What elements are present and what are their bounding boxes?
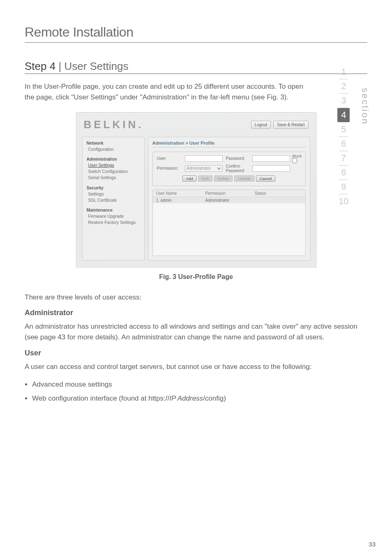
user-fieldset: Block User: Password: Permission: Admini… — [152, 152, 306, 186]
password-label: Password: — [226, 156, 249, 161]
add-button[interactable]: Add — [182, 175, 197, 182]
user-input[interactable] — [185, 155, 223, 162]
nav-3[interactable]: 3 — [337, 94, 350, 108]
password-input[interactable] — [252, 155, 290, 162]
title-rule — [25, 42, 367, 43]
block-checkbox[interactable] — [292, 158, 297, 163]
table-header-user: User Name — [156, 191, 205, 196]
sidebar-item-firmware[interactable]: Firmware Upgrade — [88, 213, 140, 219]
cancel-button[interactable]: Cancel — [256, 175, 276, 182]
table-cell-stat — [255, 198, 302, 203]
confirm-password-input[interactable] — [252, 165, 290, 172]
panel-title: Administration > User Profile — [152, 141, 306, 147]
nav-7[interactable]: 7 — [337, 151, 350, 165]
administrator-heading: Administrator — [25, 309, 367, 317]
bullet-2-pre: Web configuration interface (found at ht… — [32, 394, 169, 402]
step-pre: Step 4 — [25, 60, 58, 72]
step-heading: Step 4 | User Settings — [25, 60, 367, 73]
section-label: section — [360, 88, 371, 125]
sidebar: Network Configuration Administration Use… — [82, 137, 145, 260]
page-number: 33 — [369, 541, 376, 548]
edit-button[interactable]: Edit — [198, 175, 212, 182]
bullet-2-italic: IP Address — [169, 394, 203, 402]
page-title: Remote Installation — [25, 25, 367, 40]
permission-select[interactable]: Administrator — [185, 165, 223, 172]
user-heading: User — [25, 349, 367, 357]
step-post: User Settings — [64, 60, 128, 72]
chapter-nav: 1 2 3 4 5 6 7 8 9 10 — [337, 65, 350, 208]
sidebar-item-serial-settings[interactable]: Serial Settings — [88, 175, 140, 181]
sidebar-head-network: Network — [87, 141, 140, 145]
user-label: User: — [157, 156, 182, 161]
figure-caption: Fig. 3 User-Profile Page — [25, 273, 367, 281]
table-cell-user: 1. admin — [156, 198, 205, 203]
user-profile-screenshot: BELKIN. Logout Save & Restart Network Co… — [76, 112, 316, 267]
sidebar-item-configuration[interactable]: Configuration — [88, 146, 140, 152]
levels-text: There are three levels of user access: — [25, 292, 367, 303]
bullet-list: Advanced mouse settings Web configuratio… — [32, 378, 367, 406]
sidebar-item-ssl-cert[interactable]: SSL Certificate — [88, 197, 140, 203]
step-rule — [25, 74, 367, 74]
table-row[interactable]: 1. admin Administrator — [153, 197, 305, 203]
bullet-1: Advanced mouse settings — [32, 378, 367, 391]
sidebar-head-maintenance: Maintenance — [87, 207, 140, 212]
intro-text: In the User-Profile page, you can create… — [25, 81, 312, 103]
nav-9[interactable]: 9 — [337, 180, 350, 194]
nav-8[interactable]: 8 — [337, 166, 350, 180]
user-table: User Name Permission Status 1. admin Adm… — [152, 189, 306, 256]
block-label: Block — [292, 154, 302, 158]
nav-10[interactable]: 10 — [337, 194, 350, 208]
main-panel: Administration > User Profile Block User… — [148, 137, 310, 260]
nav-2[interactable]: 2 — [337, 79, 350, 93]
sidebar-head-security: Security — [87, 185, 140, 190]
sidebar-item-user-settings[interactable]: User Settings — [88, 162, 140, 168]
bullet-2: Web configuration interface (found at ht… — [32, 392, 367, 405]
permission-label: Permission: — [157, 166, 182, 171]
bullet-2-post: /config) — [203, 394, 226, 402]
table-header-permission: Permission — [205, 191, 255, 196]
sidebar-item-settings[interactable]: Settings — [88, 191, 140, 197]
nav-1[interactable]: 1 — [337, 65, 350, 79]
update-button[interactable]: Update — [234, 175, 254, 182]
administrator-body: An administrator has unrestricted access… — [25, 321, 367, 343]
delete-button[interactable]: Delete — [214, 175, 233, 182]
table-header-status: Status — [255, 191, 302, 196]
save-restart-button[interactable]: Save & Restart — [273, 121, 308, 129]
sidebar-head-administration: Administration — [87, 157, 140, 161]
user-body: A user can access and control target ser… — [25, 362, 367, 372]
nav-4[interactable]: 4 — [337, 108, 350, 122]
sidebar-item-restore-factory[interactable]: Restore Factory Settings — [88, 219, 140, 226]
brand-logo: BELKIN. — [84, 118, 144, 131]
sidebar-item-switch-config[interactable]: Switch Configuration — [88, 168, 140, 175]
nav-6[interactable]: 6 — [337, 137, 350, 151]
logout-button[interactable]: Logout — [251, 121, 271, 129]
nav-5[interactable]: 5 — [337, 122, 350, 136]
confirm-password-label: Confirm Password: — [226, 164, 249, 173]
step-sep: | — [58, 60, 64, 72]
table-cell-perm: Administrator — [205, 198, 255, 203]
